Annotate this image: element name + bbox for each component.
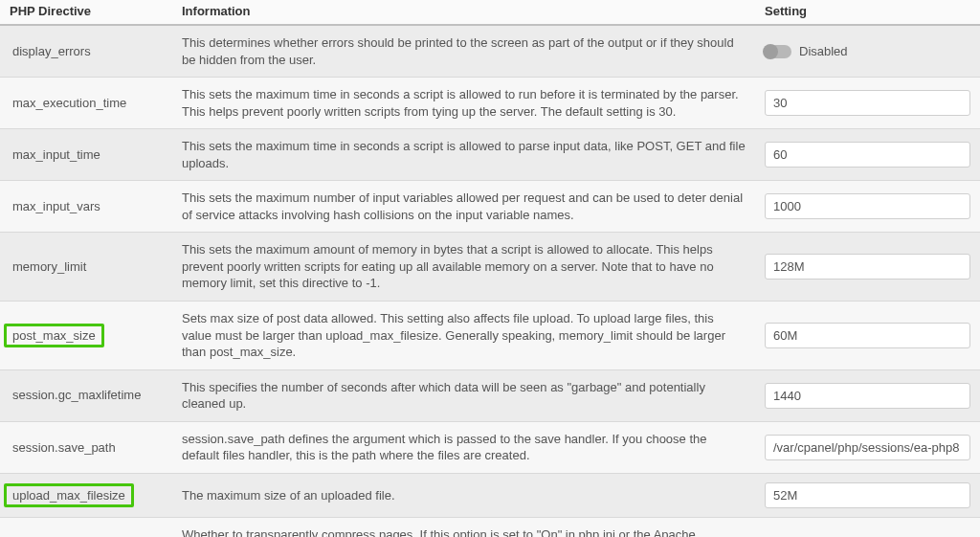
directive-label: post_max_size (4, 324, 104, 348)
directive-info: This specifies the number of seconds aft… (172, 369, 755, 421)
directive-label: display_errors (10, 42, 94, 61)
directive-name: zlib.output_compression (0, 517, 172, 537)
directive-name: memory_limit (0, 233, 172, 302)
directive-name: post_max_size (0, 302, 172, 370)
directive-name: display_errors (0, 25, 172, 78)
setting-input[interactable] (765, 482, 970, 508)
directive-setting (755, 369, 980, 421)
header-directive: PHP Directive (0, 0, 172, 25)
directive-label: upload_max_filesize (4, 483, 134, 508)
directive-name: upload_max_filesize (0, 473, 172, 517)
directive-name: session.gc_maxlifetime (0, 369, 172, 421)
table-row: session.gc_maxlifetimeThis specifies the… (0, 369, 980, 421)
directive-info: This sets the maximum time in seconds a … (172, 129, 755, 181)
directive-info: This determines whether errors should be… (172, 25, 755, 78)
setting-input[interactable] (765, 142, 970, 168)
header-information: Information (172, 0, 755, 25)
directive-rows: display_errorsThis determines whether er… (0, 25, 980, 537)
directive-name: max_input_vars (0, 181, 172, 233)
directive-label: max_input_vars (10, 197, 103, 216)
directive-info: Whether to transparently compress pages.… (172, 517, 755, 537)
header-setting: Setting (755, 0, 980, 25)
table-row: max_input_varsThis sets the maximum numb… (0, 181, 980, 233)
table-row: memory_limitThis sets the maximum amount… (0, 233, 980, 302)
directive-setting: Disabled (755, 25, 980, 78)
table-row: session.save_pathsession.save_path defin… (0, 421, 980, 473)
directive-label: max_input_time (10, 145, 103, 165)
table-row: upload_max_filesizeThe maximum size of a… (0, 473, 980, 517)
directive-name: max_execution_time (0, 78, 172, 129)
directive-info: This sets the maximum time in seconds a … (172, 78, 755, 129)
directive-setting (755, 302, 980, 370)
setting-input[interactable] (765, 435, 970, 460)
toggle-label: Disabled (799, 43, 848, 60)
directive-setting (755, 78, 980, 129)
table-row: display_errorsThis determines whether er… (0, 25, 980, 78)
directive-setting: Disabled (755, 517, 980, 537)
directive-label: session.save_path (10, 438, 119, 458)
toggle-switch[interactable]: Disabled (765, 43, 970, 60)
directive-label: max_execution_time (10, 94, 129, 113)
table-row: max_execution_timeThis sets the maximum … (0, 78, 980, 129)
table-row: zlib.output_compressionWhether to transp… (0, 517, 980, 537)
directive-info: The maximum size of an uploaded file. (172, 473, 755, 517)
directive-setting (755, 473, 980, 517)
directive-setting (755, 129, 980, 181)
directive-name: session.save_path (0, 421, 172, 473)
table-row: post_max_sizeSets max size of post data … (0, 302, 980, 370)
setting-input[interactable] (765, 254, 970, 280)
directive-info: This sets the maximum number of input va… (172, 181, 755, 233)
directive-info: Sets max size of post data allowed. This… (172, 302, 755, 370)
setting-input[interactable] (765, 90, 970, 116)
directive-setting (755, 181, 980, 233)
directive-name: max_input_time (0, 129, 172, 181)
directive-info: session.save_path defines the argument w… (172, 421, 755, 473)
php-directive-table: PHP Directive Information Setting displa… (0, 0, 980, 537)
setting-input[interactable] (765, 383, 970, 409)
directive-label: memory_limit (10, 257, 89, 277)
directive-setting (755, 233, 980, 302)
toggle-knob-icon (765, 45, 791, 58)
setting-input[interactable] (765, 193, 970, 219)
directive-setting (755, 421, 980, 473)
directive-label: session.gc_maxlifetime (10, 386, 144, 405)
directive-info: This sets the maximum amount of memory i… (172, 233, 755, 302)
setting-input[interactable] (765, 323, 970, 348)
table-row: max_input_timeThis sets the maximum time… (0, 129, 980, 181)
